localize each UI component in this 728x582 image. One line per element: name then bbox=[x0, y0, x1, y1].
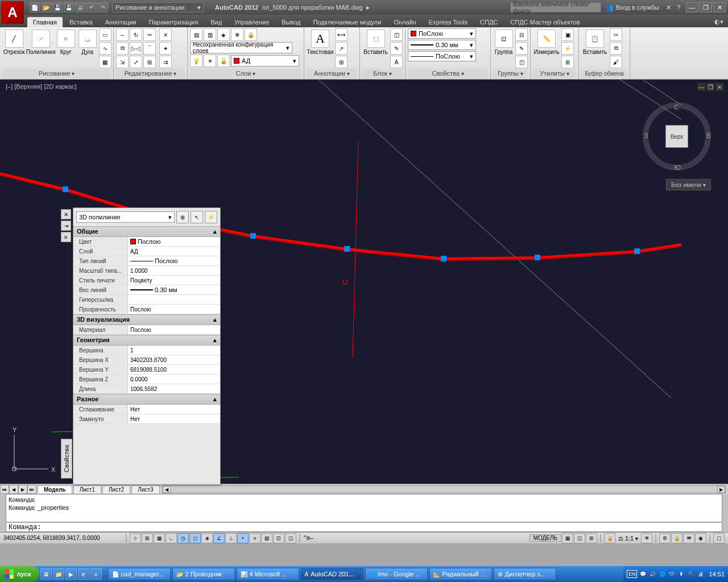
tab-manage[interactable]: Управление bbox=[229, 17, 275, 27]
section-general[interactable]: Общие▴ bbox=[73, 226, 220, 237]
val-vz[interactable]: 0.0000 bbox=[127, 375, 220, 384]
current-layer-dropdown[interactable]: АД▾ bbox=[231, 55, 299, 66]
task-explorer[interactable]: 📂 2 Проводник bbox=[172, 568, 235, 580]
section-misc[interactable]: Разное▴ bbox=[73, 394, 220, 405]
layer-freeze-button[interactable]: ❄ bbox=[231, 28, 243, 41]
val-plot[interactable]: Поцвету bbox=[127, 276, 220, 285]
dir-west[interactable]: З bbox=[644, 132, 648, 140]
minimize-button[interactable]: — bbox=[686, 2, 698, 13]
calc-button[interactable]: ⊞ bbox=[561, 56, 574, 68]
tab-online[interactable]: Онлайн bbox=[388, 17, 421, 27]
annovis-button[interactable]: 👁 bbox=[641, 533, 652, 543]
pickadd-button[interactable]: ⊕ bbox=[176, 211, 189, 223]
coordinates[interactable]: 3402405.0254, 6818839.3417, 0.0000 bbox=[3, 535, 123, 541]
task-dispatcher[interactable]: ⚙ Диспетчер з... bbox=[494, 568, 556, 580]
explode-button[interactable]: ✦ bbox=[159, 42, 172, 55]
match-button[interactable]: 🖌 bbox=[610, 56, 622, 68]
help-icon[interactable]: ? bbox=[677, 4, 680, 11]
val-lw[interactable]: 0.30 мм bbox=[127, 285, 220, 294]
val-closed[interactable]: Нет bbox=[127, 414, 220, 423]
val-vx[interactable]: 3402203.8700 bbox=[127, 355, 220, 364]
task-radial[interactable]: 📐 Радиальный ... bbox=[429, 568, 492, 580]
val-ltscale[interactable]: 1.0000 bbox=[127, 266, 220, 275]
task-chrome[interactable]: 🌐 imo - Google ... bbox=[365, 568, 428, 580]
qat-save-icon[interactable]: 💾 bbox=[52, 2, 63, 13]
val-smooth[interactable]: Нет bbox=[127, 405, 220, 414]
cut-button[interactable]: ✂ bbox=[610, 28, 622, 41]
layer-iso-button[interactable]: ◈ bbox=[217, 28, 230, 41]
props-menu-icon[interactable]: ≡ bbox=[61, 232, 71, 242]
task-autocad[interactable]: A AutoCAD 201... bbox=[301, 568, 363, 580]
tab-home[interactable]: Главная bbox=[27, 17, 63, 27]
panel-draw-title[interactable]: Рисование ▾ bbox=[2, 69, 111, 78]
tab-prev-icon[interactable]: ◀ bbox=[9, 485, 18, 494]
select-objects-button[interactable]: ↖ bbox=[191, 211, 203, 223]
tab-layout1[interactable]: Лист1 bbox=[73, 485, 101, 493]
hatch-button[interactable]: ▦ bbox=[99, 56, 111, 68]
infer-button[interactable]: ⊹ bbox=[130, 533, 141, 543]
mirror-button[interactable]: ▷◁ bbox=[130, 42, 142, 55]
viewport-close-icon[interactable]: ✕ bbox=[715, 83, 723, 91]
layer-unlock-icon[interactable]: 🔓 bbox=[217, 55, 230, 67]
val-trans[interactable]: Послою bbox=[127, 305, 220, 314]
toolbar-lock-button[interactable]: 🔒 bbox=[671, 533, 682, 543]
measure-button[interactable]: 📏Измерить bbox=[533, 28, 560, 56]
copy-button[interactable]: ⧉ bbox=[116, 42, 129, 55]
maximize-button[interactable]: ❐ bbox=[700, 2, 712, 13]
command-history[interactable]: Команда: Команда: _properties bbox=[6, 494, 722, 522]
select-button[interactable]: ▣ bbox=[561, 28, 574, 41]
section-3dviz[interactable]: 3D визуализация▴ bbox=[73, 314, 220, 325]
dir-north[interactable]: С bbox=[674, 103, 679, 111]
command-input[interactable]: Команда: bbox=[6, 523, 722, 532]
dir-east[interactable]: В bbox=[706, 132, 711, 140]
app-menu-button[interactable]: A bbox=[1, 1, 24, 24]
val-vtx[interactable]: 1 bbox=[127, 346, 220, 355]
text-button[interactable]: AТекстовая bbox=[307, 28, 334, 56]
clean-screen-button[interactable]: ▢ bbox=[713, 533, 725, 543]
viewcube[interactable]: Верх С Ю В З bbox=[643, 102, 711, 171]
erase-button[interactable]: ✕ bbox=[159, 28, 172, 41]
qat-saveas-icon[interactable]: 💾 bbox=[64, 2, 74, 13]
layer-config-dropdown[interactable]: Несохраненная конфигурация слоев▾ bbox=[190, 42, 292, 53]
ql-tc-icon[interactable]: 📁 bbox=[53, 568, 64, 580]
qat-new-icon[interactable]: 📄 bbox=[30, 2, 40, 13]
block-edit-button[interactable]: ✎ bbox=[390, 42, 403, 55]
block-attr-button[interactable]: A bbox=[390, 56, 403, 68]
val-ltype[interactable]: Послою bbox=[127, 256, 220, 265]
group-sel-button[interactable]: ◫ bbox=[515, 56, 528, 68]
polyline-button[interactable]: ⟋Полилиния bbox=[27, 28, 55, 56]
osnap-button[interactable]: ◻ bbox=[189, 533, 201, 543]
ql-ie-icon[interactable]: e bbox=[78, 568, 89, 580]
3dosnap-button[interactable]: ◈ bbox=[201, 533, 213, 543]
panel-layers-title[interactable]: Слои ▾ bbox=[190, 69, 301, 78]
color-dropdown[interactable]: ПоСлою▾ bbox=[408, 28, 476, 39]
dir-south[interactable]: Ю bbox=[674, 164, 681, 172]
qp-button[interactable]: ⊡ bbox=[273, 533, 284, 543]
login-link[interactable]: Вход в службы bbox=[616, 4, 659, 11]
tab-first-icon[interactable]: ⏮ bbox=[0, 485, 9, 494]
ql-more-icon[interactable]: » bbox=[90, 568, 102, 580]
leader-button[interactable]: ↗ bbox=[335, 42, 348, 55]
tab-express[interactable]: Express Tools bbox=[423, 17, 473, 27]
layer-lock-button[interactable]: 🔒 bbox=[245, 28, 257, 41]
ortho-button[interactable]: ∟ bbox=[166, 533, 177, 543]
panel-utils-title[interactable]: Утилиты ▾ bbox=[533, 69, 576, 78]
annoscale-icon[interactable]: 🔒 bbox=[604, 533, 615, 543]
qat-undo-icon[interactable]: ↶ bbox=[86, 2, 97, 13]
panel-groups-title[interactable]: Группы ▾ bbox=[493, 69, 528, 78]
tab-annotate[interactable]: Аннотации bbox=[100, 17, 142, 27]
dim-linear-button[interactable]: ⟷ bbox=[335, 28, 348, 41]
grid-button[interactable]: ▦ bbox=[154, 533, 165, 543]
panel-block-title[interactable]: Блок ▾ bbox=[362, 69, 403, 78]
linetype-dropdown[interactable]: ПоСлою▾ bbox=[408, 51, 476, 61]
lineweight-dropdown[interactable]: 0.30 мм▾ bbox=[408, 40, 476, 50]
layer-thaw-icon[interactable]: ☀ bbox=[204, 55, 216, 67]
start-button[interactable]: пуск bbox=[0, 566, 39, 582]
ws-button[interactable]: ⚙ bbox=[659, 533, 671, 543]
tab-plugins[interactable]: Подключаемые модули bbox=[308, 17, 387, 27]
quick-select-button[interactable]: ⚡ bbox=[205, 211, 217, 223]
qselect-button[interactable]: ⚡ bbox=[561, 42, 574, 55]
sc-button[interactable]: ◫ bbox=[285, 533, 296, 543]
paste-button[interactable]: 📋Вставить bbox=[581, 28, 609, 56]
val-len[interactable]: 1006.5582 bbox=[127, 384, 220, 393]
